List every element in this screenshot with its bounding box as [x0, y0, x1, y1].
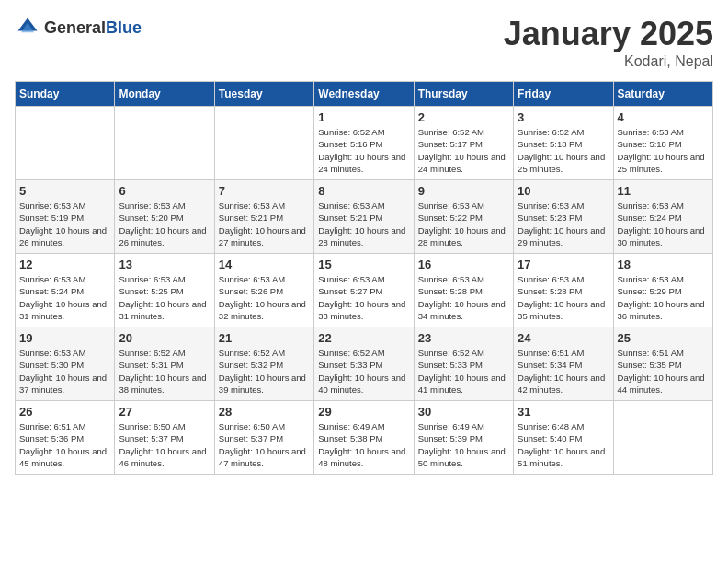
day-number: 12 — [19, 258, 110, 271]
day-info: Sunrise: 6:53 AMSunset: 5:28 PMDaylight:… — [518, 273, 609, 322]
day-info: Sunrise: 6:53 AMSunset: 5:21 PMDaylight:… — [318, 200, 409, 248]
day-number: 24 — [518, 331, 609, 345]
day-number: 29 — [318, 405, 409, 419]
day-number: 21 — [219, 331, 310, 345]
calendar-cell: 27Sunrise: 6:50 AMSunset: 5:37 PMDayligh… — [115, 401, 214, 475]
calendar-cell: 21Sunrise: 6:52 AMSunset: 5:32 PMDayligh… — [214, 327, 313, 401]
calendar-table: SundayMondayTuesdayWednesdayThursdayFrid… — [15, 81, 713, 475]
calendar-cell: 24Sunrise: 6:51 AMSunset: 5:34 PMDayligh… — [514, 327, 613, 401]
day-number: 2 — [418, 110, 509, 124]
day-info: Sunrise: 6:53 AMSunset: 5:18 PMDaylight:… — [618, 126, 709, 175]
day-info: Sunrise: 6:53 AMSunset: 5:22 PMDaylight:… — [418, 200, 509, 248]
calendar-cell: 20Sunrise: 6:52 AMSunset: 5:31 PMDayligh… — [115, 327, 214, 401]
day-info: Sunrise: 6:53 AMSunset: 5:19 PMDaylight:… — [19, 200, 110, 248]
column-header-saturday: Saturday — [613, 82, 712, 107]
calendar-week-row: 26Sunrise: 6:51 AMSunset: 5:36 PMDayligh… — [16, 401, 713, 475]
column-header-friday: Friday — [514, 82, 613, 107]
calendar-week-row: 19Sunrise: 6:53 AMSunset: 5:30 PMDayligh… — [16, 327, 713, 401]
logo-text-blue: Blue — [106, 18, 142, 37]
day-info: Sunrise: 6:50 AMSunset: 5:37 PMDaylight:… — [219, 420, 310, 469]
calendar-cell: 10Sunrise: 6:53 AMSunset: 5:23 PMDayligh… — [514, 180, 613, 254]
day-info: Sunrise: 6:49 AMSunset: 5:38 PMDaylight:… — [318, 420, 409, 469]
logo: GeneralBlue — [15, 15, 142, 40]
day-number: 9 — [418, 184, 509, 198]
day-number: 23 — [418, 331, 509, 345]
day-number: 25 — [618, 331, 709, 345]
calendar-cell: 3Sunrise: 6:52 AMSunset: 5:18 PMDaylight… — [514, 107, 613, 180]
day-number: 5 — [19, 184, 110, 198]
calendar-cell — [613, 401, 712, 475]
calendar-cell — [16, 107, 115, 180]
title-block: January 2025 Kodari, Nepal — [504, 15, 713, 70]
day-number: 16 — [418, 258, 509, 271]
location-title: Kodari, Nepal — [504, 53, 713, 70]
logo-icon — [15, 15, 40, 40]
calendar-cell: 16Sunrise: 6:53 AMSunset: 5:28 PMDayligh… — [414, 254, 513, 327]
calendar-cell: 14Sunrise: 6:53 AMSunset: 5:26 PMDayligh… — [214, 254, 313, 327]
day-number: 15 — [318, 258, 409, 271]
calendar-cell: 18Sunrise: 6:53 AMSunset: 5:29 PMDayligh… — [613, 254, 712, 327]
calendar-cell: 8Sunrise: 6:53 AMSunset: 5:21 PMDaylight… — [314, 180, 414, 254]
day-info: Sunrise: 6:51 AMSunset: 5:34 PMDaylight:… — [518, 347, 609, 396]
day-info: Sunrise: 6:53 AMSunset: 5:26 PMDaylight:… — [219, 273, 310, 322]
day-number: 13 — [119, 258, 210, 271]
day-number: 6 — [119, 184, 210, 198]
day-info: Sunrise: 6:52 AMSunset: 5:17 PMDaylight:… — [418, 126, 509, 175]
day-number: 27 — [119, 405, 210, 419]
day-number: 1 — [318, 110, 409, 124]
calendar-cell: 6Sunrise: 6:53 AMSunset: 5:20 PMDaylight… — [115, 180, 214, 254]
day-number: 8 — [318, 184, 409, 198]
day-number: 31 — [518, 405, 609, 419]
calendar-cell: 22Sunrise: 6:52 AMSunset: 5:33 PMDayligh… — [314, 327, 414, 401]
day-info: Sunrise: 6:49 AMSunset: 5:39 PMDaylight:… — [418, 420, 509, 469]
page-header: GeneralBlue January 2025 Kodari, Nepal — [15, 15, 713, 70]
column-header-wednesday: Wednesday — [314, 82, 414, 107]
day-number: 7 — [219, 184, 310, 198]
day-info: Sunrise: 6:53 AMSunset: 5:24 PMDaylight:… — [618, 200, 709, 248]
column-header-tuesday: Tuesday — [214, 82, 313, 107]
calendar-header-row: SundayMondayTuesdayWednesdayThursdayFrid… — [16, 82, 713, 107]
day-number: 22 — [318, 331, 409, 345]
day-info: Sunrise: 6:53 AMSunset: 5:21 PMDaylight:… — [219, 200, 310, 248]
day-info: Sunrise: 6:53 AMSunset: 5:27 PMDaylight:… — [318, 273, 409, 322]
day-number: 4 — [618, 110, 709, 124]
calendar-cell: 23Sunrise: 6:52 AMSunset: 5:33 PMDayligh… — [414, 327, 513, 401]
day-info: Sunrise: 6:53 AMSunset: 5:24 PMDaylight:… — [19, 273, 110, 322]
day-number: 18 — [618, 258, 709, 271]
day-number: 20 — [119, 331, 210, 345]
calendar-cell: 29Sunrise: 6:49 AMSunset: 5:38 PMDayligh… — [314, 401, 414, 475]
calendar-cell: 26Sunrise: 6:51 AMSunset: 5:36 PMDayligh… — [16, 401, 115, 475]
calendar-cell: 12Sunrise: 6:53 AMSunset: 5:24 PMDayligh… — [16, 254, 115, 327]
day-info: Sunrise: 6:53 AMSunset: 5:25 PMDaylight:… — [119, 273, 210, 322]
day-number: 3 — [518, 110, 609, 124]
day-info: Sunrise: 6:52 AMSunset: 5:31 PMDaylight:… — [119, 347, 210, 396]
column-header-monday: Monday — [115, 82, 214, 107]
calendar-cell: 17Sunrise: 6:53 AMSunset: 5:28 PMDayligh… — [514, 254, 613, 327]
day-info: Sunrise: 6:52 AMSunset: 5:18 PMDaylight:… — [518, 126, 609, 175]
day-info: Sunrise: 6:50 AMSunset: 5:37 PMDaylight:… — [119, 420, 210, 469]
day-number: 28 — [219, 405, 310, 419]
calendar-cell: 28Sunrise: 6:50 AMSunset: 5:37 PMDayligh… — [214, 401, 313, 475]
day-info: Sunrise: 6:51 AMSunset: 5:35 PMDaylight:… — [618, 347, 709, 396]
calendar-week-row: 12Sunrise: 6:53 AMSunset: 5:24 PMDayligh… — [16, 254, 713, 327]
day-info: Sunrise: 6:48 AMSunset: 5:40 PMDaylight:… — [518, 420, 609, 469]
day-info: Sunrise: 6:52 AMSunset: 5:32 PMDaylight:… — [219, 347, 310, 396]
calendar-cell: 1Sunrise: 6:52 AMSunset: 5:16 PMDaylight… — [314, 107, 414, 180]
column-header-sunday: Sunday — [16, 82, 115, 107]
calendar-cell: 19Sunrise: 6:53 AMSunset: 5:30 PMDayligh… — [16, 327, 115, 401]
day-info: Sunrise: 6:53 AMSunset: 5:30 PMDaylight:… — [19, 347, 110, 396]
day-number: 19 — [19, 331, 110, 345]
calendar-cell — [214, 107, 313, 180]
calendar-week-row: 1Sunrise: 6:52 AMSunset: 5:16 PMDaylight… — [16, 107, 713, 180]
day-number: 17 — [518, 258, 609, 271]
day-info: Sunrise: 6:52 AMSunset: 5:33 PMDaylight:… — [418, 347, 509, 396]
calendar-cell: 13Sunrise: 6:53 AMSunset: 5:25 PMDayligh… — [115, 254, 214, 327]
calendar-cell: 25Sunrise: 6:51 AMSunset: 5:35 PMDayligh… — [613, 327, 712, 401]
calendar-week-row: 5Sunrise: 6:53 AMSunset: 5:19 PMDaylight… — [16, 180, 713, 254]
day-number: 30 — [418, 405, 509, 419]
calendar-cell: 15Sunrise: 6:53 AMSunset: 5:27 PMDayligh… — [314, 254, 414, 327]
calendar-cell: 4Sunrise: 6:53 AMSunset: 5:18 PMDaylight… — [613, 107, 712, 180]
day-info: Sunrise: 6:53 AMSunset: 5:20 PMDaylight:… — [119, 200, 210, 248]
day-info: Sunrise: 6:53 AMSunset: 5:28 PMDaylight:… — [418, 273, 509, 322]
calendar-cell: 11Sunrise: 6:53 AMSunset: 5:24 PMDayligh… — [613, 180, 712, 254]
